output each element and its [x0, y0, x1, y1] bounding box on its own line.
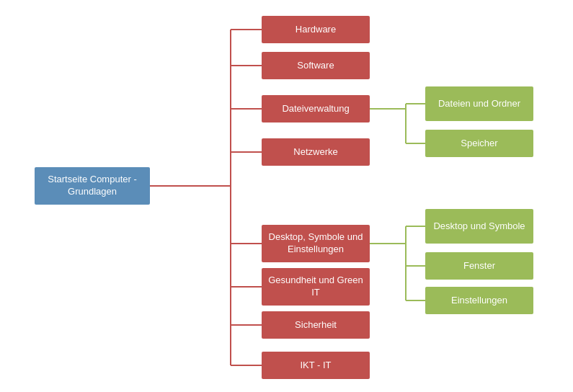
desktop-symbole-node[interactable]: Desktop, Symbole und Einstellungen	[262, 225, 370, 262]
sicherheit-node[interactable]: Sicherheit	[262, 311, 370, 339]
root-node[interactable]: Startseite Computer - Grundlagen	[35, 167, 150, 205]
ikt-it-node[interactable]: IKT - IT	[262, 352, 370, 379]
diagram: Startseite Computer - Grundlagen Hardwar…	[0, 0, 573, 392]
dateiverwaltung-node[interactable]: Dateiverwaltung	[262, 95, 370, 122]
software-node[interactable]: Software	[262, 52, 370, 79]
speicher-node[interactable]: Speicher	[425, 130, 533, 157]
netzwerke-node[interactable]: Netzwerke	[262, 138, 370, 166]
einstellungen-node[interactable]: Einstellungen	[425, 287, 533, 314]
gesundheit-node[interactable]: Gesundheit und Green IT	[262, 268, 370, 306]
hardware-node[interactable]: Hardware	[262, 16, 370, 43]
fenster-node[interactable]: Fenster	[425, 252, 533, 280]
dateien-ordner-node[interactable]: Dateien und Ordner	[425, 86, 533, 121]
desktop-symbole2-node[interactable]: Desktop und Symbole	[425, 209, 533, 244]
